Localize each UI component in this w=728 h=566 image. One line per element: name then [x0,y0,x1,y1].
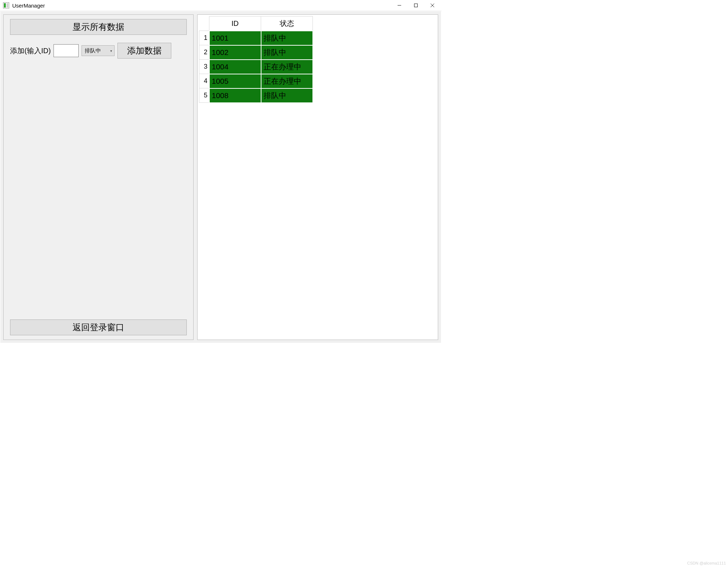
titlebar: UserManager [0,0,441,11]
status-select-value: 排队中 [85,47,101,54]
status-select[interactable]: 排队中 ▾ [82,45,115,56]
row-number: 5 [199,88,209,103]
chevron-down-icon: ▾ [110,49,112,53]
minimize-button[interactable] [391,0,408,11]
data-table-wrap: ID 状态 1 1001 排队中 2 1002 排队中 [199,16,436,103]
cell-status[interactable]: 排队中 [261,31,313,45]
right-panel: ID 状态 1 1001 排队中 2 1002 排队中 [197,14,438,340]
cell-status[interactable]: 正在办理中 [261,74,313,88]
cell-id[interactable]: 1008 [209,88,261,103]
row-number: 3 [199,60,209,74]
window-body: 显示所有数据 添加(输入ID) 排队中 ▾ 添加数据 返回登录窗口 [0,11,441,343]
window-title: UserManager [12,3,45,9]
table-row[interactable]: 1 1001 排队中 [199,31,313,45]
row-number: 2 [199,45,209,60]
svg-rect-4 [414,4,418,7]
show-all-button[interactable]: 显示所有数据 [10,19,187,35]
cell-status[interactable]: 排队中 [261,45,313,60]
id-input[interactable] [54,44,79,57]
table-row[interactable]: 3 1004 正在办理中 [199,60,313,74]
maximize-button[interactable] [408,0,424,11]
data-table: ID 状态 1 1001 排队中 2 1002 排队中 [199,16,313,103]
table-row[interactable]: 5 1008 排队中 [199,88,313,103]
table-row[interactable]: 4 1005 正在办理中 [199,74,313,88]
cell-id[interactable]: 1001 [209,31,261,45]
back-to-login-button[interactable]: 返回登录窗口 [10,319,187,335]
add-row: 添加(输入ID) 排队中 ▾ 添加数据 [10,43,187,59]
svg-rect-1 [4,3,6,8]
cell-id[interactable]: 1004 [209,60,261,74]
close-button[interactable] [424,0,441,11]
cell-id[interactable]: 1005 [209,74,261,88]
add-label: 添加(输入ID) [10,46,51,56]
row-number: 1 [199,31,209,45]
left-panel: 显示所有数据 添加(输入ID) 排队中 ▾ 添加数据 返回登录窗口 [3,14,194,340]
cell-id[interactable]: 1002 [209,45,261,60]
app-icon [3,2,9,9]
table-corner [199,17,209,31]
svg-rect-2 [6,3,8,8]
row-number: 4 [199,74,209,88]
cell-status[interactable]: 排队中 [261,88,313,103]
table-row[interactable]: 2 1002 排队中 [199,45,313,60]
add-data-button[interactable]: 添加数据 [117,43,171,59]
table-header-id[interactable]: ID [209,17,261,31]
table-header-status[interactable]: 状态 [261,17,313,31]
window: UserManager 显示所有数据 添加(输入ID) 排队中 ▾ 添加数据 [0,0,441,343]
cell-status[interactable]: 正在办理中 [261,60,313,74]
